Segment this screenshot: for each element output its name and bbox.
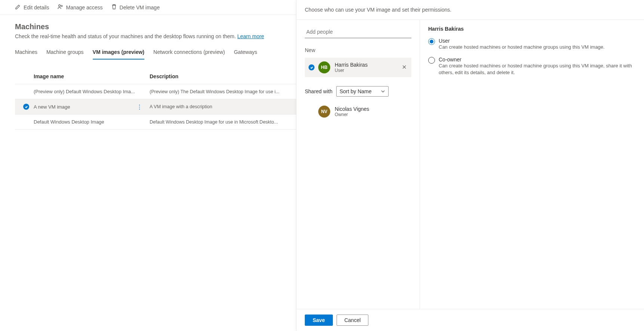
sort-dropdown-value: Sort by Name	[340, 88, 372, 94]
person-role: Owner	[335, 112, 398, 117]
permission-option[interactable]: Co-ownerCan create hosted machines or ho…	[428, 57, 636, 76]
radio-icon	[428, 57, 435, 64]
chevron-down-icon	[381, 89, 385, 94]
check-icon	[23, 104, 29, 110]
delete-vm-image-button[interactable]: Delete VM image	[111, 4, 160, 11]
permission-description: Can create hosted machines or hosted mac…	[439, 63, 636, 76]
avatar: NV	[318, 106, 330, 118]
svg-point-0	[59, 5, 61, 7]
image-name: Default Windows Desktop Image	[34, 119, 104, 125]
image-name: A new VM image	[34, 104, 70, 110]
image-name: (Preview only) Default Windows Desktop I…	[34, 89, 135, 94]
avatar: HB	[318, 61, 330, 73]
tab-gateways[interactable]: Gateways	[234, 46, 257, 60]
panel-header: Choose who can use your VM image and set…	[297, 0, 644, 20]
new-section-label: New	[305, 47, 411, 53]
column-image-name: Image name	[34, 73, 150, 79]
trash-icon	[111, 4, 117, 11]
permission-label: User	[439, 38, 605, 44]
edit-details-label: Edit details	[24, 4, 49, 10]
page-subtitle-text: Check the real-time health and status of…	[15, 33, 237, 39]
manage-access-label: Manage access	[66, 4, 102, 10]
pencil-icon	[15, 4, 21, 11]
manage-access-panel: Choose who can use your VM image and set…	[296, 0, 644, 331]
tab-machines[interactable]: Machines	[15, 46, 37, 60]
permission-option[interactable]: UserCan create hosted machines or hosted…	[428, 38, 636, 51]
delete-vm-image-label: Delete VM image	[120, 4, 160, 10]
detail-person-name: Harris Bakiras	[428, 26, 636, 32]
people-icon	[57, 4, 63, 11]
tab-machine-groups[interactable]: Machine groups	[46, 46, 84, 60]
person-name: Harris Bakiras	[335, 62, 402, 68]
person-role: User	[335, 68, 402, 73]
sort-dropdown[interactable]: Sort by Name	[336, 86, 389, 97]
manage-access-button[interactable]: Manage access	[57, 4, 102, 11]
new-person-card[interactable]: HB Harris Bakiras User	[305, 58, 411, 77]
save-button[interactable]: Save	[305, 315, 333, 326]
shared-with-label: Shared with	[305, 88, 332, 94]
svg-point-1	[61, 5, 63, 7]
permission-label: Co-owner	[439, 57, 636, 63]
edit-details-button[interactable]: Edit details	[15, 4, 49, 11]
learn-more-link[interactable]: Learn more	[237, 33, 264, 39]
add-people-input[interactable]	[305, 26, 411, 38]
remove-person-button[interactable]	[402, 64, 408, 70]
person-name: Nicolas Vignes	[335, 106, 398, 112]
owner-row[interactable]: NV Nicolas Vignes Owner	[305, 103, 411, 121]
check-icon	[309, 64, 315, 70]
more-icon[interactable]: ⋯	[137, 104, 142, 110]
radio-icon	[428, 38, 435, 45]
permission-description: Can create hosted machines or hosted mac…	[439, 44, 605, 51]
tab-vm-images[interactable]: VM images (preview)	[93, 46, 145, 60]
tab-network-connections[interactable]: Network connections (preview)	[153, 46, 225, 60]
cancel-button[interactable]: Cancel	[337, 315, 369, 326]
close-icon	[402, 64, 407, 70]
